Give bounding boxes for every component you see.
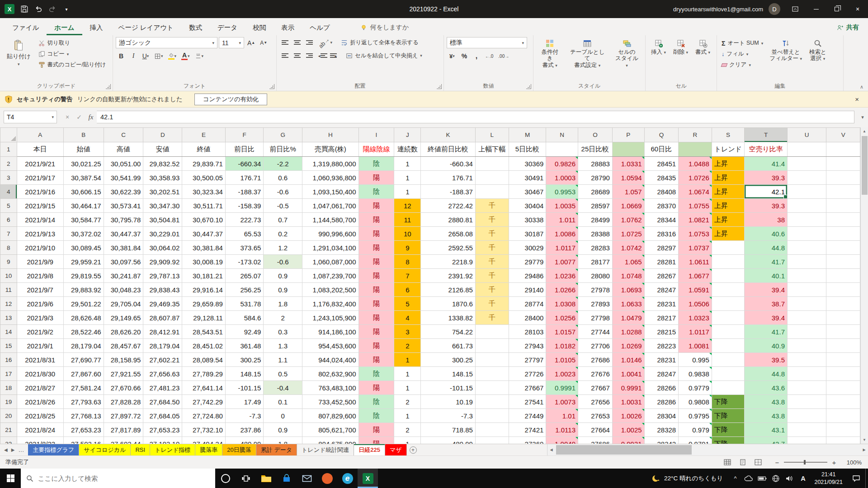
align-center-button[interactable] [292,50,302,61]
quick-access-customize-icon[interactable]: ▾ [62,5,71,13]
underline-button[interactable]: U▾ [140,51,151,61]
cell-C21[interactable]: 27,817.89 [104,423,143,437]
autosum-button[interactable]: Σ オート SUM▾ [720,38,765,48]
cell-M1[interactable]: 5日比較 [509,142,546,157]
cell-Q4[interactable]: 28408 [644,185,679,199]
row-header-5[interactable]: 5 [0,199,17,213]
cell-U21[interactable] [787,423,826,437]
cell-J10[interactable]: 7 [394,269,421,283]
cell-E11[interactable]: 29,916.14 [182,283,226,297]
cell-H2[interactable]: 1,319,880,000 [302,157,359,171]
cell-B5[interactable]: 30,464.17 [63,199,104,213]
cell-V2[interactable] [826,157,860,171]
cell-B21[interactable]: 27,653.23 [63,423,104,437]
cell-C15[interactable]: 28,457.67 [104,339,143,353]
cell-B6[interactable]: 30,584.77 [63,213,104,227]
row-header-13[interactable]: 13 [0,311,17,325]
select-all-button[interactable] [0,128,17,142]
cell-C12[interactable]: 29,705.04 [104,297,143,311]
cell-P5[interactable]: 1.0669 [612,199,644,213]
cell-J8[interactable]: 9 [394,241,421,255]
taskbar-search-box[interactable] [21,469,215,488]
close-button[interactable]: × [847,0,868,18]
zoom-out-button[interactable]: − [774,459,780,466]
cell-T15[interactable]: 40.9 [745,339,788,353]
cell-D19[interactable]: 27,684.50 [143,395,182,409]
cell-B17[interactable]: 27,867.60 [63,367,104,381]
cell-M12[interactable]: 28774 [509,297,546,311]
column-header-K[interactable]: K [421,128,476,142]
cell-styles-button[interactable]: セルのスタイル ▾ [611,37,642,82]
cell-G1[interactable]: 前日比% [264,142,302,157]
cell-G2[interactable]: -2.2 [264,157,302,171]
cell-H12[interactable]: 1,176,832,400 [302,297,359,311]
cell-M14[interactable]: 28103 [509,325,546,339]
cell-G20[interactable]: 0 [264,409,302,423]
cell-R17[interactable]: 0.9838 [679,367,712,381]
cell-C3[interactable]: 30,541.99 [104,171,143,185]
cell-U2[interactable] [787,157,826,171]
cell-T1[interactable]: 空売り比率 [745,142,788,157]
cell-U1[interactable] [787,142,826,157]
cell-M17[interactable]: 27726 [509,367,546,381]
cell-T7[interactable]: 40.6 [745,227,788,241]
cell-O12[interactable]: 27893 [578,297,613,311]
cell-G18[interactable]: -0.4 [264,381,302,395]
cell-H7[interactable]: 990,996,600 [302,227,359,241]
cell-J2[interactable]: 1 [394,157,421,171]
cell-C7[interactable]: 30,447.37 [104,227,143,241]
row-header-10[interactable]: 10 [0,269,17,283]
cell-E18[interactable]: 27,641.14 [182,381,226,395]
cell-O1[interactable]: 25日比較 [578,142,613,157]
cell-V12[interactable] [826,297,860,311]
cell-O15[interactable]: 27706 [578,339,613,353]
cell-N2[interactable]: 0.9826 [546,157,578,171]
cell-M8[interactable]: 30029 [509,241,546,255]
cell-U4[interactable] [787,185,826,199]
cell-F15[interactable]: 361.48 [225,339,263,353]
cell-G16[interactable]: 1.1 [264,353,302,367]
cell-T3[interactable]: 39.3 [745,171,788,185]
cell-A18[interactable]: 2021/8/27 [17,381,63,395]
cell-A22[interactable]: 2021/8/23 [17,437,63,444]
battery-icon[interactable] [755,469,769,488]
decrease-font-size-button[interactable]: A▼ [258,38,269,48]
column-header-T[interactable]: T [745,128,788,142]
cell-O6[interactable]: 28499 [578,213,613,227]
cell-M16[interactable]: 27797 [509,353,546,367]
cell-Q15[interactable]: 28223 [644,339,679,353]
ribbon-tab-校閲[interactable]: 校閲 [245,20,274,35]
cell-J12[interactable]: 5 [394,297,421,311]
cell-N4[interactable]: 0.9953 [546,185,578,199]
cell-P8[interactable]: 1.0742 [612,241,644,255]
format-painter-button[interactable]: 書式のコピー/貼り付け [37,60,108,70]
cell-U22[interactable] [787,437,826,444]
borders-button[interactable]: ▾ [152,51,165,61]
increase-font-size-button[interactable]: A▲ [245,38,257,48]
cell-U5[interactable] [787,199,826,213]
cell-L1[interactable]: 上幅下幅 [475,142,509,157]
cell-E7[interactable]: 30,447.37 [182,227,226,241]
cell-S11[interactable] [712,283,744,297]
sheet-tab-20日騰落[interactable]: 20日騰落 [222,444,256,455]
share-button[interactable]: 共有 [828,20,868,35]
cell-I20[interactable]: 陰 [359,409,394,423]
cell-V21[interactable] [826,423,860,437]
paste-dropdown-arrow[interactable]: ▾ [18,62,20,66]
clipboard-dialog-launcher[interactable] [106,84,111,89]
cell-L19[interactable] [475,395,509,409]
cell-N9[interactable]: 1.0077 [546,255,578,269]
cell-U3[interactable] [787,171,826,185]
cell-Q18[interactable]: 28266 [644,381,679,395]
cell-S17[interactable] [712,367,744,381]
cell-N18[interactable]: 0.9991 [546,381,578,395]
excel-taskbar-icon[interactable]: X [358,469,378,488]
cell-H19[interactable]: 733,452,500 [302,395,359,409]
cell-N12[interactable]: 1.0308 [546,297,578,311]
row-header-7[interactable]: 7 [0,227,17,241]
cell-A2[interactable]: 2021/9/21 [17,157,63,171]
cell-B7[interactable]: 30,372.02 [63,227,104,241]
cell-A8[interactable]: 2021/9/10 [17,241,63,255]
cell-F20[interactable]: -7.3 [225,409,263,423]
cell-R6[interactable]: 1.0821 [679,213,712,227]
